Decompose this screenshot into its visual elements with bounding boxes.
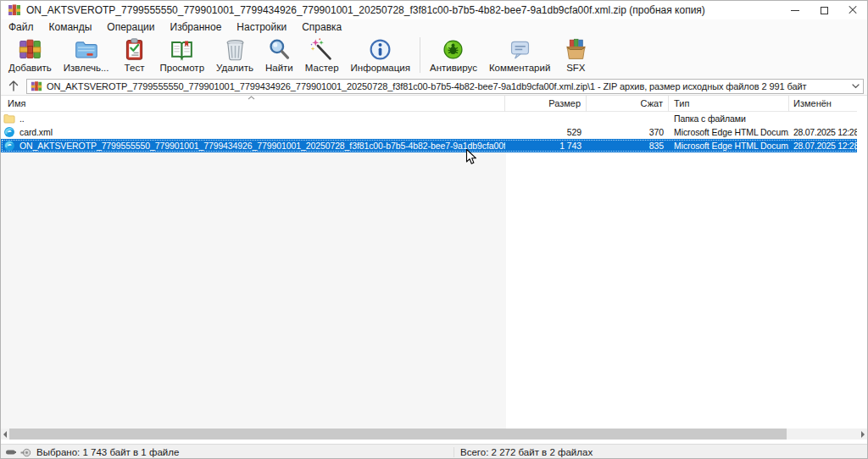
scroll-left-icon [3,431,7,438]
up-arrow-icon [8,80,19,91]
file-modified [789,112,857,125]
table-row-selected-xml[interactable]: ON_AKTSVEROTP_7799555550_779901001_77994… [1,139,857,152]
disk-icon[interactable] [20,448,31,457]
comment-button[interactable]: Комментарий [483,35,556,73]
file-modified: 28.07.2025 12:28 [789,125,857,139]
status-total-info: Всего: 2 272 байт в 2 файлах [453,447,867,457]
statusbar-icons [1,448,36,457]
winrar-window: ON_AKTSVEROTP_7799555550_779901001_77994… [0,0,868,459]
scroll-left-button[interactable] [1,429,9,440]
column-header-type[interactable]: Тип [669,96,789,112]
menubar: Файл Команды Операции Избранное Настройк… [1,19,867,35]
chevron-down-icon[interactable] [852,84,860,89]
find-label: Найти [265,63,293,73]
view-label: Просмотр [160,63,205,73]
find-magnifier-icon [267,37,292,62]
table-row-card-xml[interactable]: card.xml 529 370 Microsoft Edge HTML Doc… [1,125,857,139]
view-button[interactable]: Просмотр [154,35,211,73]
file-packed: 835 [587,139,669,152]
test-label: Тест [125,63,145,73]
sort-ascending-icon [248,96,255,100]
sfx-box-icon [564,37,588,62]
maximize-button[interactable] [810,1,838,19]
table-row-parent-dir[interactable]: .. Папка с файлами [1,112,857,125]
test-clipboard-icon [122,37,147,62]
window-controls [781,1,867,19]
find-button[interactable]: Найти [259,35,299,73]
add-archive-icon [18,37,42,62]
menu-commands[interactable]: Команды [42,19,100,35]
antivirus-label: Антивирус [430,63,477,73]
add-button[interactable]: Добавить [3,35,58,73]
extract-folder-icon [74,37,98,62]
info-label: Информация [351,63,410,73]
wizard-button[interactable]: Мастер [299,35,345,73]
sfx-button[interactable]: SFX [556,35,595,73]
delete-label: Удалить [216,63,253,73]
close-icon [849,6,857,14]
horizontal-scrollbar[interactable] [1,429,867,440]
file-name: ON_AKTSVEROTP_7799555550_779901001_77994… [19,139,505,152]
menu-file[interactable]: Файл [1,19,42,35]
antivirus-button[interactable]: Антивирус [424,35,483,73]
extract-button[interactable]: Извлечь... [58,35,115,73]
window-title: ON_AKTSVEROTP_7799555550_779901001_77994… [26,4,781,16]
file-type: Папка с файлами [669,112,789,125]
address-combo[interactable]: ON_AKTSVEROTP_7799555550_779901001_77994… [26,79,864,94]
menu-tools[interactable]: Операции [99,19,162,35]
menu-options[interactable]: Настройки [229,19,294,35]
file-size [505,112,587,125]
list-header: Имя Размер Сжат Тип Изменён [1,96,857,112]
archive-mini-icon [31,80,42,92]
scroll-right-button[interactable] [859,429,867,440]
status-selected-info: Выбрано: 1 743 байт в 1 файле [36,447,453,457]
wizard-wand-icon [309,37,334,62]
scrollbar-thumb[interactable] [8,429,787,440]
titlebar: ON_AKTSVEROTP_7799555550_779901001_77994… [1,1,867,19]
file-packed [587,112,669,125]
toolbar: Добавить Извлечь... Тест [1,35,867,77]
delete-trash-icon [223,37,248,62]
column-header-size[interactable]: Размер [505,96,587,112]
column-header-packed[interactable]: Сжат [587,96,669,112]
view-book-icon [170,37,194,62]
file-modified: 28.07.2025 12:28 [789,139,857,152]
sfx-label: SFX [566,63,585,73]
file-list: .. Папка с файлами card.xml 529 370 [1,112,867,429]
test-button[interactable]: Тест [115,35,154,73]
minimize-button[interactable] [781,1,810,19]
delete-button[interactable]: Удалить [210,35,259,73]
folder-icon [3,113,15,124]
file-rows: .. Папка с файлами card.xml 529 370 [1,112,857,152]
edge-icon [3,126,15,138]
menu-help[interactable]: Справка [294,19,349,35]
toolbar-separator [420,37,420,73]
file-packed: 370 [587,125,669,139]
maximize-icon [821,7,828,14]
info-icon [368,37,392,62]
key-icon[interactable] [5,448,17,456]
file-type: Microsoft Edge HTML Docum... [669,125,789,139]
minimize-icon [791,10,799,11]
menu-favorites[interactable]: Избранное [163,19,230,35]
file-name: .. [19,112,25,125]
statusbar: Выбрано: 1 743 байт в 1 файле Всего: 2 2… [1,444,867,459]
wizard-label: Мастер [305,63,339,73]
up-directory-button[interactable] [1,80,26,91]
winrar-app-icon [8,3,21,17]
file-type: Microsoft Edge HTML Docum... [669,139,789,152]
add-label: Добавить [8,63,52,73]
column-header-modified[interactable]: Изменён [789,96,857,112]
comment-label: Комментарий [489,63,550,73]
comment-icon [508,37,532,62]
extract-label: Извлечь... [64,63,109,73]
file-size: 1 743 [505,139,587,152]
close-button[interactable] [838,1,867,19]
edge-icon [3,140,15,152]
scroll-right-icon [861,431,865,438]
info-button[interactable]: Информация [345,35,416,73]
antivirus-icon [441,37,465,62]
archive-path: ON_AKTSVEROTP_7799555550_779901001_77994… [47,81,849,91]
addressbar: ON_AKTSVEROTP_7799555550_779901001_77994… [1,77,867,96]
file-name: card.xml [19,125,53,139]
